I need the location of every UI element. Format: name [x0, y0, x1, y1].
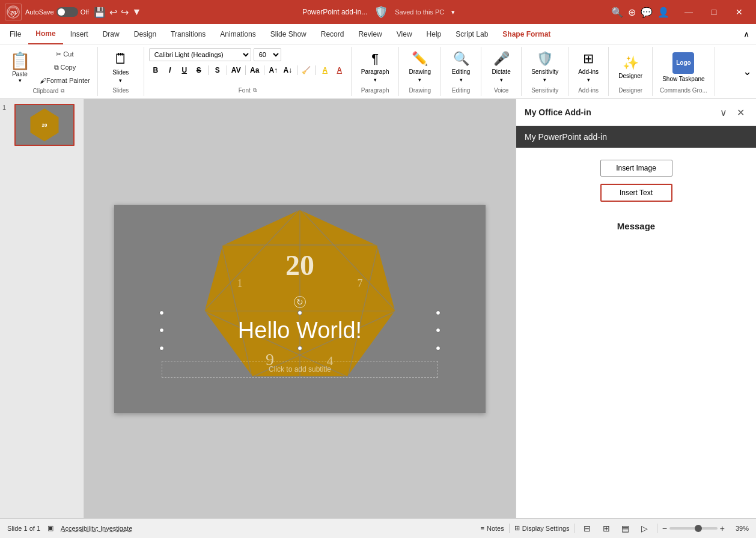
save-icon[interactable]: 💾 [94, 7, 106, 18]
tab-view[interactable]: View [389, 24, 419, 44]
highlight-color-button[interactable]: A [319, 64, 332, 77]
redo-icon[interactable]: ↪ [121, 7, 129, 18]
font-family-select[interactable]: Calibri Light (Headings) [149, 48, 251, 61]
clear-format-button[interactable]: 🧹 [300, 64, 313, 77]
slides-button[interactable]: 🗒 Slides ▾ [103, 49, 139, 85]
tab-review[interactable]: Review [351, 24, 389, 44]
designer-button[interactable]: ✨ Designer [614, 49, 647, 85]
tab-insert[interactable]: Insert [63, 24, 96, 44]
zoom-out-button[interactable]: − [662, 524, 667, 533]
drawing-group: ✏️ Drawing ▾ Drawing [399, 47, 441, 96]
addins-button[interactable]: ⊞ Add-ins ▾ [573, 49, 603, 85]
handle-br[interactable] [436, 346, 440, 351]
font-sep-5 [297, 65, 297, 75]
addin-close-button[interactable]: ✕ [733, 105, 748, 119]
restore-button[interactable]: □ [702, 3, 726, 21]
addin-collapse-button[interactable]: ∨ [716, 105, 731, 119]
normal-view-button[interactable]: ⊟ [580, 521, 594, 536]
share-icon[interactable]: ⊕ [628, 7, 636, 18]
tab-file[interactable]: File [2, 24, 28, 44]
zoom-thumb[interactable] [695, 525, 702, 532]
slide-1-thumbnail[interactable]: 20 [14, 104, 75, 146]
tab-animations[interactable]: Animations [213, 24, 263, 44]
tab-home[interactable]: Home [28, 24, 62, 44]
zoom-percent[interactable]: 39% [730, 525, 749, 532]
strikethrough-button[interactable]: S [192, 64, 206, 77]
slide-sorter-button[interactable]: ⊞ [599, 521, 614, 536]
insert-image-button[interactable]: Insert Image [600, 160, 672, 177]
paste-button[interactable]: 📋 Paste ▾ [5, 49, 35, 86]
handle-bl[interactable] [159, 346, 164, 351]
zoom-in-button[interactable]: + [720, 524, 725, 533]
text-shadow-button[interactable]: S [211, 64, 224, 77]
insert-text-button[interactable]: Insert Text [600, 184, 672, 202]
ribbon-more-btn[interactable]: ⌄ [738, 47, 756, 96]
handle-tr[interactable] [436, 310, 440, 315]
underline-button[interactable]: U [178, 64, 191, 77]
dictate-button[interactable]: 🎤 Dictate ▾ [486, 49, 516, 85]
profile-icon[interactable]: 👤 [657, 7, 669, 18]
handle-tm[interactable] [297, 310, 302, 315]
zoom-track[interactable] [669, 527, 718, 530]
case-button[interactable]: Aa [248, 64, 261, 77]
status-left: Slide 1 of 1 ▣ Accessibility: Investigat… [7, 524, 471, 532]
paragraph-button[interactable]: ¶ Paragraph ▾ [356, 49, 394, 85]
slideshow-button[interactable]: ▷ [638, 521, 652, 536]
main-area: 1 20 [0, 99, 756, 518]
sensitivity-button[interactable]: 🛡️ Sensitivity ▾ [526, 49, 563, 85]
display-settings-label: Display Settings [522, 525, 570, 532]
comments-icon[interactable]: 💬 [641, 7, 653, 18]
ribbon-collapse-btn[interactable]: ∧ [739, 27, 754, 41]
display-settings-button[interactable]: ⊞ Display Settings [514, 524, 570, 532]
show-taskpane-button[interactable]: Logo Show Taskpane [657, 49, 709, 85]
addin-subtitle: My PowerPoint add-in [516, 126, 756, 148]
slide-main[interactable]: 20 9 1 7 4 ↻ [114, 205, 486, 413]
italic-button[interactable]: I [163, 64, 177, 77]
close-button[interactable]: ✕ [727, 3, 751, 21]
slide-subtitle-box[interactable]: Click to add subtitle [162, 361, 438, 378]
decrease-font-button[interactable]: A↓ [281, 64, 294, 77]
minimize-button[interactable]: — [677, 3, 701, 21]
tab-design[interactable]: Design [127, 24, 163, 44]
rotate-handle[interactable]: ↻ [294, 296, 306, 308]
window-controls: — □ ✕ [677, 3, 751, 21]
tab-shapeformat[interactable]: Shape Format [495, 24, 558, 44]
tab-slideshow[interactable]: Slide Show [263, 24, 314, 44]
editing-button[interactable]: 🔍 Editing ▾ [446, 49, 476, 85]
copy-button[interactable]: ⧉ Copy [37, 61, 93, 73]
filename: PowerPoint add-in... [302, 8, 367, 16]
font-sep-4 [264, 65, 264, 75]
handle-mr[interactable] [436, 328, 440, 333]
drawing-button[interactable]: ✏️ Drawing ▾ [404, 49, 436, 85]
clipboard-small-btns: ✂ Cut ⧉ Copy 🖌 Format Painter [37, 48, 93, 86]
tab-draw[interactable]: Draw [96, 24, 127, 44]
addin-header: My Office Add-in ∨ ✕ [516, 99, 756, 126]
slide-title-box[interactable]: Hello World! [162, 313, 438, 348]
tab-transitions[interactable]: Transitions [163, 24, 213, 44]
customize-icon[interactable]: ▼ [132, 7, 142, 17]
char-spacing-button[interactable]: AV [230, 64, 243, 77]
autosave-toggle[interactable] [56, 7, 78, 17]
search-icon[interactable]: 🔍 [611, 7, 623, 18]
tab-scriptlab[interactable]: Script Lab [448, 24, 495, 44]
bold-button[interactable]: B [149, 64, 162, 77]
tab-record[interactable]: Record [314, 24, 352, 44]
font-expand-icon[interactable]: ⧉ [253, 87, 257, 94]
font-size-select[interactable]: 60 [254, 48, 281, 61]
handle-ml[interactable] [159, 328, 164, 333]
handle-bm[interactable] [297, 346, 302, 351]
paragraph-label: Paragraph [361, 87, 389, 94]
handle-tl[interactable] [159, 310, 164, 315]
font-color-button[interactable]: A [333, 64, 346, 77]
title-selection-container: ↻ Hello World! [162, 313, 438, 348]
increase-font-button[interactable]: A↑ [267, 64, 280, 77]
cut-button[interactable]: ✂ Cut [37, 48, 93, 60]
font-format-row: B I U S S AV Aa A↑ A↓ 🧹 A [149, 64, 346, 77]
tab-help[interactable]: Help [419, 24, 449, 44]
undo-icon[interactable]: ↩ [109, 7, 117, 18]
accessibility-label[interactable]: Accessibility: Investigate [61, 525, 132, 532]
reading-view-button[interactable]: ▤ [618, 521, 633, 536]
format-painter-button[interactable]: 🖌 Format Painter [37, 74, 93, 86]
clipboard-expand-icon[interactable]: ⧉ [61, 88, 64, 94]
notes-button[interactable]: ≡ Notes [481, 525, 504, 532]
